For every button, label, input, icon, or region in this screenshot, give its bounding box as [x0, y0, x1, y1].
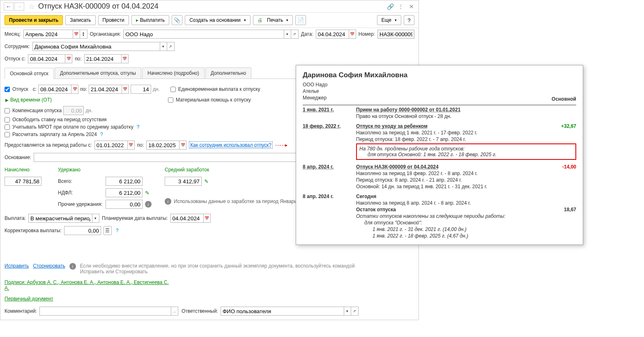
- free-rate-checkbox[interactable]: [5, 117, 10, 122]
- plan-date-label: Планируемая дата выплаты:: [102, 215, 168, 221]
- report-button[interactable]: 📄: [295, 15, 306, 25]
- leave-usage-popup: Даринова София Михайловна ООО Надо Атель…: [296, 65, 583, 245]
- event-date: 8 апр. 2024 г.: [303, 164, 352, 170]
- employee-input[interactable]: [32, 42, 160, 51]
- balance-value: 18,67: [552, 207, 576, 212]
- tab-accrued[interactable]: Начислено (подробно): [142, 67, 205, 78]
- leave-from-input[interactable]: [28, 54, 65, 63]
- submit-close-button[interactable]: Провести и закрыть: [5, 15, 63, 25]
- calendar-icon[interactable]: 📅: [71, 85, 78, 94]
- to-label: по:: [80, 86, 87, 92]
- month-input[interactable]: [23, 30, 73, 39]
- mrot-checkbox[interactable]: [5, 125, 10, 130]
- total-input[interactable]: [106, 177, 143, 186]
- calendar-icon[interactable]: 📅: [73, 30, 80, 39]
- info-icon[interactable]: i: [165, 198, 171, 205]
- calendar-icon[interactable]: 📅: [122, 85, 129, 94]
- calendar-icon[interactable]: 📅: [65, 54, 72, 63]
- arrow-icon: - - - - -▸: [275, 142, 287, 148]
- edit-icon[interactable]: ✎: [145, 190, 150, 196]
- ndfl-input[interactable]: [106, 188, 143, 197]
- tab-main[interactable]: Основной отпуск: [5, 68, 54, 79]
- accrued-input[interactable]: [5, 177, 41, 186]
- event-title: Отпуск НАЗК-000009 от 04.04.2024: [356, 164, 547, 170]
- ndfl-label: НДФЛ:: [58, 190, 103, 196]
- more-icon[interactable]: ⋮: [397, 3, 405, 10]
- days-input[interactable]: [131, 85, 151, 94]
- list-icon[interactable]: ☰: [104, 226, 112, 235]
- calendar-icon[interactable]: 📅: [179, 141, 186, 150]
- signs-link[interactable]: Подписи: Арбузов А. С., Антонова Е. А., …: [5, 279, 169, 291]
- responsible-input[interactable]: [221, 307, 344, 316]
- reverse-link[interactable]: Сторнировать: [33, 263, 65, 269]
- help-icon[interactable]: ?: [116, 228, 119, 233]
- open-icon[interactable]: ↗: [351, 307, 359, 316]
- pay-label: Выплатить: [140, 17, 165, 23]
- post-button[interactable]: Провести: [98, 15, 129, 25]
- print-button[interactable]: 🖨 Печать: [253, 15, 293, 25]
- time-type-link[interactable]: Вид времени (ОТ): [10, 97, 52, 103]
- event-value: +32,67: [552, 123, 576, 129]
- onetime-checkbox[interactable]: [170, 87, 176, 92]
- attach-button[interactable]: 📎: [172, 15, 182, 25]
- info-icon[interactable]: i: [145, 201, 152, 208]
- event-detail: Накоплено за период 1 янв. 2021 г. - 17 …: [356, 130, 576, 136]
- open-icon[interactable]: ↗: [291, 30, 299, 39]
- nav-back-button[interactable]: ←: [4, 2, 14, 11]
- tab-additional[interactable]: Дополнительные отпуска, отгулы: [55, 67, 141, 78]
- link-icon[interactable]: 🔗: [386, 3, 394, 10]
- popup-employee-name: Даринова София Михайловна: [303, 71, 576, 79]
- payment-label: Выплата:: [5, 215, 26, 221]
- fix-link[interactable]: Исправить: [5, 263, 29, 269]
- plan-date-input[interactable]: [170, 214, 203, 223]
- create-based-button[interactable]: Создать на основании: [185, 15, 251, 25]
- pay-button[interactable]: ▸Выплатить: [131, 15, 170, 25]
- dropdown-icon[interactable]: ▾: [92, 214, 99, 223]
- nav-forward-button[interactable]: →: [14, 2, 24, 11]
- event-detail: Накоплено за период 18 февр. 2022 г. - 8…: [356, 171, 576, 176]
- period-from-input[interactable]: [94, 141, 127, 150]
- leave-to-input[interactable]: [84, 54, 121, 63]
- help-button[interactable]: ?: [404, 15, 414, 25]
- more-button[interactable]: Еще: [377, 15, 401, 25]
- leave-checkbox[interactable]: [5, 87, 10, 92]
- mathelp-checkbox[interactable]: [168, 97, 173, 103]
- ellipsis-icon[interactable]: …: [171, 307, 178, 316]
- comment-label: Комментарий:: [5, 308, 37, 314]
- remainder-item: 1 янв. 2021 г. - 31 дек. 2021 г. (14,00 …: [373, 226, 576, 232]
- dropdown-icon[interactable]: ▾: [344, 307, 351, 316]
- edit-icon[interactable]: ✎: [204, 178, 209, 185]
- avg-input[interactable]: [165, 177, 202, 186]
- date-input[interactable]: [316, 30, 349, 39]
- org-input[interactable]: [123, 30, 284, 39]
- payment-input[interactable]: [28, 214, 92, 223]
- month-stepper[interactable]: ▲▼: [80, 30, 87, 39]
- correction-label: Корректировка выплаты:: [5, 228, 62, 233]
- comment-input[interactable]: [39, 307, 171, 316]
- tab-extra[interactable]: Дополнительно: [205, 67, 251, 78]
- correction-input[interactable]: [64, 226, 101, 235]
- other-input[interactable]: [106, 200, 143, 209]
- open-icon[interactable]: ↗: [167, 42, 175, 51]
- primary-doc-link[interactable]: Первичный документ: [5, 296, 53, 302]
- calendar-icon[interactable]: 📅: [203, 214, 211, 223]
- help-icon[interactable]: ?: [100, 132, 103, 137]
- close-icon[interactable]: ✕: [408, 3, 415, 10]
- calc-salary-checkbox[interactable]: [5, 132, 10, 137]
- period-to-input[interactable]: [146, 141, 179, 150]
- calendar-icon[interactable]: 📅: [349, 30, 356, 39]
- chevron-right-icon[interactable]: ▶: [5, 98, 9, 102]
- compensation-checkbox[interactable]: [5, 108, 10, 113]
- tab-to-input[interactable]: [89, 85, 122, 94]
- org-label: Организация:: [90, 31, 121, 37]
- dropdown-icon[interactable]: ▾: [160, 42, 167, 51]
- favorite-icon[interactable]: ☆: [28, 2, 36, 11]
- event-date: 8 апр. 2024 г.: [303, 194, 352, 199]
- usage-link[interactable]: Как сотрудник использовал отпуск?: [189, 141, 273, 149]
- save-button[interactable]: Записать: [65, 15, 95, 25]
- dropdown-icon[interactable]: ▾: [284, 30, 291, 39]
- tab-from-input[interactable]: [38, 85, 71, 94]
- calendar-icon[interactable]: 📅: [127, 141, 135, 150]
- calendar-icon[interactable]: 📅: [121, 54, 129, 63]
- help-icon[interactable]: ?: [137, 124, 140, 130]
